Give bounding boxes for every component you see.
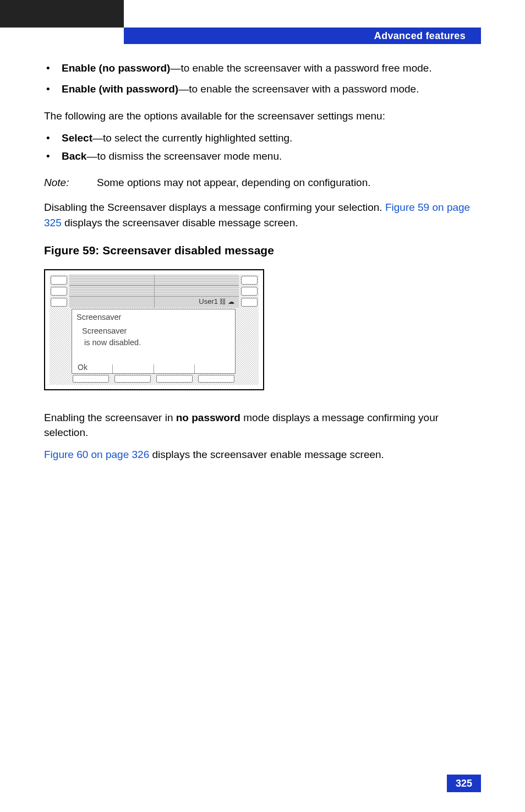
softkey-icon: · · · · xyxy=(73,375,109,383)
page-number: 325 xyxy=(447,775,481,792)
para-pre: Enabling the screensaver in xyxy=(44,412,176,423)
bullet-dot: • xyxy=(44,81,62,97)
figure-header-area: User1 ⛓ ☁ xyxy=(69,275,239,308)
enable-paragraph: Enabling the screensaver in no password … xyxy=(44,410,481,440)
bullet-desc: —to select the currently highlighted set… xyxy=(92,132,292,144)
figure-60-paragraph: Figure 60 on page 326 displays the scree… xyxy=(44,447,481,462)
cloud-icon: ☁ xyxy=(228,297,234,307)
bullet-bold: Back xyxy=(62,150,86,162)
bullet-item: • Enable (with password)—to enable the s… xyxy=(44,81,481,97)
bullet-item: • Enable (no password)—to enable the scr… xyxy=(44,61,481,76)
bullet-body: Enable (with password)—to enable the scr… xyxy=(62,81,481,97)
bullet-dot: • xyxy=(44,61,62,76)
figure-59: User1 ⛓ ☁ Screensaver Screensaver i xyxy=(44,269,264,390)
note-label: Note: xyxy=(44,175,97,190)
bullet-bold: Enable (with password) xyxy=(62,83,178,95)
side-key-icon xyxy=(241,298,258,307)
para-post: displays the screensaver disable message… xyxy=(62,217,298,228)
figure-msg-title: Screensaver xyxy=(72,309,235,325)
bullet-bold: Enable (no password) xyxy=(62,62,170,74)
bullet-item: • Back—to dismiss the screensaver mode m… xyxy=(44,149,481,164)
side-key-icon xyxy=(51,276,67,285)
options-intro: The following are the options available … xyxy=(44,108,481,124)
figure-caption: Figure 59: Screensaver disabled message xyxy=(44,242,481,259)
figure-message-box: Screensaver Screensaver is now disabled.… xyxy=(72,309,236,374)
bullet-item: • Select—to select the currently highlig… xyxy=(44,130,481,146)
bullet-body: Enable (no password)—to enable the scree… xyxy=(62,61,481,76)
side-key-icon xyxy=(51,287,67,296)
note-text: Some options may not appear, depending o… xyxy=(97,175,481,190)
chain-icon: ⛓ xyxy=(220,297,226,307)
note: Note: Some options may not appear, depen… xyxy=(44,175,481,190)
para-bold: no password xyxy=(176,412,240,423)
side-key-icon xyxy=(241,276,258,285)
page-content: • Enable (no password)—to enable the scr… xyxy=(44,61,481,468)
figure-user-label: User1 ⛓ ☁ xyxy=(196,297,237,307)
side-key-icon xyxy=(51,298,67,307)
para-pre: Disabling the Screensaver displays a mes… xyxy=(44,201,385,213)
side-key-icon xyxy=(241,287,258,296)
figure-user-text: User1 xyxy=(199,297,218,307)
softkey-separators xyxy=(72,364,235,373)
softkey-icon xyxy=(114,375,151,383)
dark-sidebar-block xyxy=(0,0,124,28)
bullet-dot: • xyxy=(44,130,62,146)
header-title: Advanced features xyxy=(374,30,466,42)
softkey-icon xyxy=(156,375,193,383)
disable-paragraph: Disabling the Screensaver displays a mes… xyxy=(44,200,481,230)
figure-softkeys: · · · · · · · · xyxy=(73,375,234,383)
page-header: Advanced features xyxy=(124,28,481,44)
bullet-body: Select—to select the currently highlight… xyxy=(62,130,481,146)
bullet-desc: —to dismiss the screensaver mode menu. xyxy=(86,150,282,162)
figure-60-link[interactable]: Figure 60 on page 326 xyxy=(44,449,149,460)
bullet-desc: —to enable the screensaver with a passwo… xyxy=(170,62,431,74)
bullet-bold: Select xyxy=(62,132,92,144)
bullet-dot: • xyxy=(44,149,62,164)
bullet-body: Back—to dismiss the screensaver mode men… xyxy=(62,149,481,164)
bullet-desc: —to enable the screensaver with a passwo… xyxy=(178,83,419,95)
figure-msg-line2: is now disabled. xyxy=(72,337,235,348)
figure-msg-line1: Screensaver xyxy=(72,325,235,337)
softkey-icon: · · · · xyxy=(198,375,234,383)
para-post: displays the screensaver enable message … xyxy=(149,449,384,460)
